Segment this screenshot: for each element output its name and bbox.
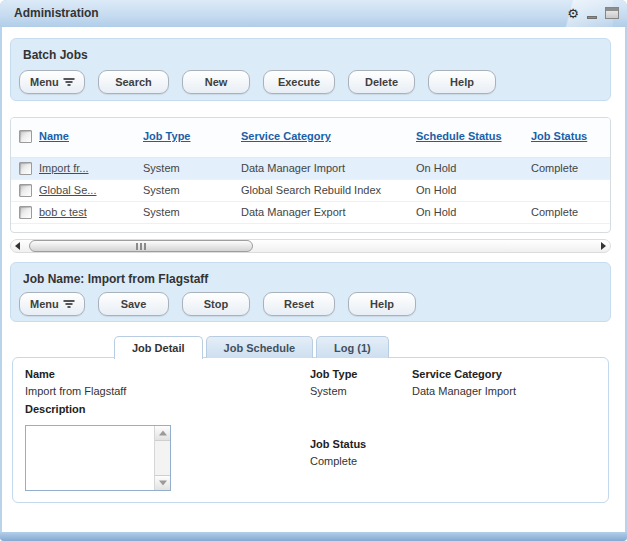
column-header-name[interactable]: Name bbox=[39, 130, 69, 142]
scroll-up-icon[interactable] bbox=[155, 426, 170, 441]
tab-log[interactable]: Log (1) bbox=[316, 336, 389, 358]
cell-job-type: System bbox=[143, 206, 180, 218]
reset-button[interactable]: Reset bbox=[263, 292, 335, 316]
cell-job-type: System bbox=[143, 162, 180, 174]
job-name-panel: Job Name: Import from Flagstaff Menu Sav… bbox=[10, 262, 611, 322]
row-checkbox[interactable] bbox=[19, 162, 32, 175]
job-detail-form: Name Import from Flagstaff Description J… bbox=[12, 357, 609, 503]
row-checkbox[interactable] bbox=[19, 206, 32, 219]
cell-service-category: Global Search Rebuild Index bbox=[241, 184, 381, 196]
job-name-title: Job Name: Import from Flagstaff bbox=[23, 272, 208, 286]
select-all-checkbox[interactable] bbox=[19, 130, 32, 143]
maximize-icon[interactable] bbox=[605, 7, 619, 19]
jobs-table-header: Name Job Type Service Category Schedule … bbox=[11, 118, 610, 158]
window-bottom-edge bbox=[0, 532, 627, 541]
scroll-down-icon[interactable] bbox=[155, 475, 170, 490]
cell-service-category: Data Manager Import bbox=[241, 162, 345, 174]
window-content: Batch Jobs Menu Search New Execute Delet… bbox=[2, 27, 625, 532]
horizontal-scrollbar[interactable] bbox=[10, 239, 611, 253]
detail-tabs: Job Detail Job Schedule Log (1) bbox=[114, 336, 389, 359]
row-checkbox[interactable] bbox=[19, 184, 32, 197]
column-header-service-category[interactable]: Service Category bbox=[241, 130, 331, 142]
column-header-job-status[interactable]: Job Status bbox=[531, 130, 587, 142]
cell-service-category: Data Manager Export bbox=[241, 206, 346, 218]
menu-caret-icon bbox=[65, 300, 74, 308]
table-row[interactable]: Global Se... System Global Search Rebuil… bbox=[11, 180, 610, 202]
save-button[interactable]: Save bbox=[98, 292, 169, 316]
scroll-right-icon[interactable] bbox=[601, 242, 606, 250]
search-button[interactable]: Search bbox=[98, 70, 169, 94]
batch-jobs-panel: Batch Jobs Menu Search New Execute Delet… bbox=[10, 38, 611, 101]
description-textarea[interactable] bbox=[25, 425, 171, 491]
administration-window: Administration ⚙ Batch Jobs Menu Search … bbox=[0, 0, 627, 541]
cell-job-status: Complete bbox=[531, 206, 578, 218]
batch-menu-button[interactable]: Menu bbox=[19, 70, 85, 94]
name-label: Name bbox=[25, 368, 55, 380]
stop-button[interactable]: Stop bbox=[182, 292, 250, 316]
description-label: Description bbox=[25, 403, 86, 415]
page-title: Administration bbox=[14, 6, 99, 20]
textarea-scrollbar[interactable] bbox=[154, 426, 170, 490]
scrollbar-thumb[interactable] bbox=[29, 240, 253, 252]
menu-caret-icon bbox=[65, 78, 74, 86]
scroll-left-icon[interactable] bbox=[15, 242, 20, 250]
gears-icon[interactable]: ⚙ bbox=[567, 7, 579, 20]
batch-menu-label: Menu bbox=[30, 76, 59, 88]
table-row[interactable]: Import fr... System Data Manager Import … bbox=[11, 158, 610, 180]
name-value: Import from Flagstaff bbox=[25, 385, 126, 397]
job-name-link[interactable]: Import fr... bbox=[39, 162, 89, 174]
help-button-batch[interactable]: Help bbox=[428, 70, 496, 94]
cell-schedule-status: On Hold bbox=[416, 206, 456, 218]
cell-schedule-status: On Hold bbox=[416, 184, 456, 196]
job-name-link[interactable]: bob c test bbox=[39, 206, 87, 218]
job-name-link[interactable]: Global Se... bbox=[39, 184, 96, 196]
new-button[interactable]: New bbox=[182, 70, 250, 94]
execute-button[interactable]: Execute bbox=[263, 70, 335, 94]
minimize-icon[interactable] bbox=[587, 16, 597, 19]
job-type-label: Job Type bbox=[310, 368, 357, 380]
job-menu-button[interactable]: Menu bbox=[19, 292, 85, 316]
service-category-value: Data Manager Import bbox=[412, 385, 516, 397]
column-header-job-type[interactable]: Job Type bbox=[143, 130, 190, 142]
cell-job-type: System bbox=[143, 184, 180, 196]
cell-job-status: Complete bbox=[531, 162, 578, 174]
table-row[interactable]: bob c test System Data Manager Export On… bbox=[11, 202, 610, 224]
delete-button[interactable]: Delete bbox=[348, 70, 415, 94]
job-status-value: Complete bbox=[310, 455, 357, 467]
tab-job-detail[interactable]: Job Detail bbox=[114, 336, 203, 359]
window-titlebar: Administration bbox=[0, 0, 627, 27]
batch-jobs-title: Batch Jobs bbox=[23, 48, 88, 62]
jobs-table: Name Job Type Service Category Schedule … bbox=[10, 117, 611, 233]
service-category-label: Service Category bbox=[412, 368, 502, 380]
cell-schedule-status: On Hold bbox=[416, 162, 456, 174]
tab-job-schedule[interactable]: Job Schedule bbox=[206, 336, 314, 358]
job-type-value: System bbox=[310, 385, 347, 397]
help-button-job[interactable]: Help bbox=[348, 292, 416, 316]
job-menu-label: Menu bbox=[30, 298, 59, 310]
column-header-schedule-status[interactable]: Schedule Status bbox=[416, 130, 502, 142]
job-status-label: Job Status bbox=[310, 438, 366, 450]
